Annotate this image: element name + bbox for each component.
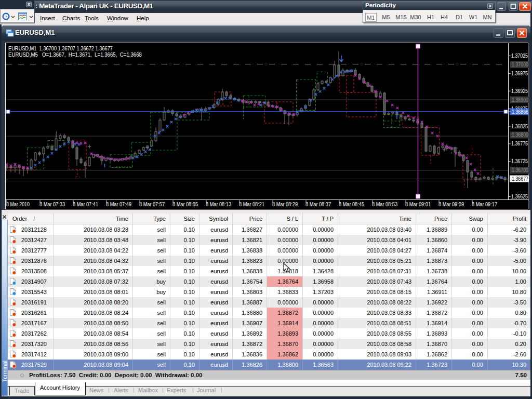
svg-text:8 Mar 2010: 8 Mar 2010 <box>6 201 30 207</box>
svg-text:1.36725: 1.36725 <box>511 158 528 164</box>
svg-text:1.36925: 1.36925 <box>511 88 528 94</box>
svg-text:8 Mar 09:09: 8 Mar 09:09 <box>438 201 464 207</box>
svg-text:8 Mar 08:53: 8 Mar 08:53 <box>372 201 397 207</box>
svg-text:1.36775: 1.36775 <box>511 140 528 147</box>
svg-text:1.36975: 1.36975 <box>511 70 528 76</box>
svg-text:1.36677: 1.36677 <box>512 176 528 182</box>
svg-text:1.36800: 1.36800 <box>512 131 528 138</box>
svg-text:1.36625: 1.36625 <box>511 193 528 200</box>
svg-text:1.37025: 1.37025 <box>511 52 528 59</box>
svg-text:8 Mar 08:37: 8 Mar 08:37 <box>305 201 331 207</box>
svg-text:1.36825: 1.36825 <box>511 123 528 129</box>
svg-text:8 Mar 08:13: 8 Mar 08:13 <box>206 201 231 207</box>
svg-text:8 Mar 08:05: 8 Mar 08:05 <box>172 201 198 207</box>
svg-text:EURUSD,M5 O=1.3667, H=1.367: EURUSD,M5 O=1.3667, H=1.3671, L=1.3665, … <box>8 51 142 58</box>
svg-text:1.36700: 1.36700 <box>512 167 528 173</box>
svg-text:1.36866: 1.36866 <box>512 109 528 115</box>
svg-text:EURUSD,M1 1.36700 1.36707 1.3: EURUSD,M1 1.36700 1.36707 1.36672 1.3667… <box>8 45 113 51</box>
svg-text:8 Mar 07:41: 8 Mar 07:41 <box>73 201 98 207</box>
svg-text:8 Mar 08:29: 8 Mar 08:29 <box>272 201 298 207</box>
svg-text:8 Mar 08:21: 8 Mar 08:21 <box>239 201 264 207</box>
svg-text:8 Mar 07:49: 8 Mar 07:49 <box>106 201 131 207</box>
svg-text:8 Mar 09:17: 8 Mar 09:17 <box>472 201 497 207</box>
svg-text:8 Mar 07:57: 8 Mar 07:57 <box>139 201 165 207</box>
svg-text:8 Mar 08:45: 8 Mar 08:45 <box>339 201 364 207</box>
svg-text:8 Mar 09:01: 8 Mar 09:01 <box>405 201 431 207</box>
svg-text:8 Mar 07:33: 8 Mar 07:33 <box>39 201 65 207</box>
svg-text:1.37000: 1.37000 <box>512 61 528 68</box>
svg-text:1.36900: 1.36900 <box>512 97 528 103</box>
